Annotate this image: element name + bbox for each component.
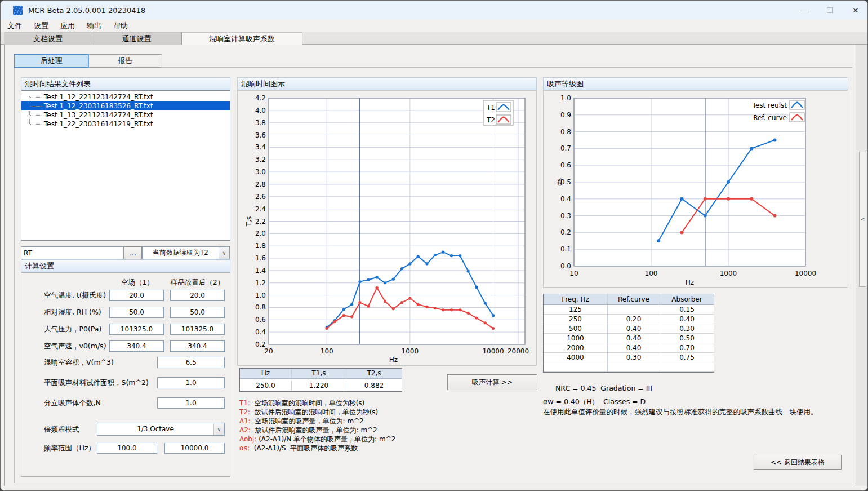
freq-max-field[interactable] [164, 443, 225, 454]
sound-speed-2-field[interactable] [170, 340, 225, 352]
column-header-Hz[interactable]: Hz [240, 369, 292, 379]
rt-value-table[interactable]: HzT1,sT2,s250.01.2200.882 [239, 368, 402, 392]
minimize-icon[interactable]: — [791, 1, 817, 20]
table-cell: 2000 [544, 343, 608, 353]
table-row[interactable]: 20000.400.70 [544, 343, 714, 353]
freq-min-field[interactable] [97, 443, 157, 454]
table-cell: 1000 [544, 334, 608, 343]
sound-speed-label: 空气声速，v0(m/s) [44, 342, 106, 351]
absorber-count-label: 分立吸声体个数,N [44, 399, 101, 408]
close-icon[interactable]: ✕ [843, 1, 868, 20]
column-header-empty-room: 空场（1） [109, 278, 166, 287]
chevron-down-icon[interactable]: ∨ [219, 247, 229, 259]
menu-bar: 文件设置应用输出帮助 [1, 20, 868, 32]
humidity-2-field[interactable] [170, 307, 225, 318]
app-window: MCR Beta 2.05.0.001 20230418 — ✕ 文件设置应用输… [0, 0, 868, 491]
table-row-empty[interactable] [544, 362, 714, 372]
data-read-combobox[interactable]: 当前数据读取为T2 ∨ [142, 246, 230, 259]
svg-text:100: 100 [321, 347, 333, 355]
svg-text:20: 20 [264, 347, 273, 355]
list-item[interactable]: Test 1_13_221123142724_RT.txt [21, 110, 230, 120]
subtab-报告[interactable]: 报告 [88, 54, 162, 68]
menu-item-文件[interactable]: 文件 [2, 20, 27, 32]
browse-button[interactable]: ... [124, 246, 142, 259]
note-key: αs: [239, 444, 250, 452]
window-controls: — ✕ [791, 1, 868, 20]
svg-text:3.0: 3.0 [255, 168, 266, 176]
rt-chart-header: 混响时间图示 [237, 77, 537, 90]
air-temp-2-field[interactable] [170, 290, 225, 301]
svg-text:0.2: 0.2 [560, 228, 571, 236]
svg-text:10000: 10000 [482, 347, 504, 355]
tab-通道设置[interactable]: 通道设置 [92, 32, 181, 45]
grade-table[interactable]: Freq. HzRef.curveAbsorber1250.152500.200… [543, 294, 714, 373]
tab-文档设置[interactable]: 文档设置 [4, 32, 92, 45]
pressure-1-field[interactable] [109, 324, 164, 335]
table-cell: 0.50 [660, 334, 714, 343]
list-item[interactable]: Test 1_12_221123142724_RT.txt [21, 92, 230, 101]
file-list-header: 混时间结果文件列表 [21, 77, 230, 90]
svg-text:0.0: 0.0 [560, 262, 571, 270]
absorber-count-field[interactable] [157, 397, 225, 409]
column-header-T2,s[interactable]: T2,s [346, 369, 402, 379]
rt-chart: 0.20.40.60.81.01.21.41.61.82.02.22.42.62… [237, 90, 537, 366]
svg-text:T1: T1 [486, 104, 495, 112]
svg-text:1.0: 1.0 [560, 94, 571, 102]
nrc-result-text: NRC = 0.45 Gradation = III [555, 384, 652, 392]
rt-name-input[interactable] [21, 246, 124, 259]
svg-text:1000: 1000 [402, 347, 419, 355]
air-temp-1-field[interactable] [109, 290, 164, 301]
svg-text:0.6: 0.6 [255, 316, 266, 324]
menu-item-应用[interactable]: 应用 [55, 20, 80, 32]
table-row[interactable]: 2500.200.40 [544, 315, 714, 324]
column-header-Freq. Hz[interactable]: Freq. Hz [544, 294, 608, 305]
table-cell [660, 362, 714, 372]
svg-text:3.2: 3.2 [255, 156, 266, 163]
pressure-2-field[interactable] [170, 324, 225, 335]
air-temp-label: 空气温度, t(摄氏度) [44, 291, 106, 300]
table-cell: 500 [544, 324, 608, 334]
svg-text:Hz: Hz [389, 356, 398, 364]
sample-area-field[interactable] [157, 377, 225, 388]
table-row[interactable]: 5000.400.30 [544, 324, 714, 334]
svg-text:2.2: 2.2 [255, 218, 266, 225]
column-header-Ref.curve[interactable]: Ref.curve [608, 294, 660, 305]
svg-text:T2: T2 [486, 116, 495, 124]
column-header-Absorber[interactable]: Absorber [660, 294, 714, 305]
column-header-with-sample: 样品放置后（2） [163, 278, 232, 287]
tab-混响室计算吸声系数[interactable]: 混响室计算吸声系数 [181, 32, 302, 45]
note-line: A2: 放试件后混响室的吸声量，单位为: m^2 [239, 426, 395, 435]
note-key: T2: [239, 408, 250, 416]
maximize-icon[interactable] [817, 1, 843, 20]
note-line: A1: 空场混响室的吸声量，单位为: m^2 [239, 417, 395, 426]
absorption-calc-button[interactable]: 吸声计算 >> [447, 374, 537, 390]
octave-mode-combobox[interactable]: 1/3 Octave ∨ [97, 423, 225, 436]
table-row[interactable]: 1250.15 [544, 305, 714, 315]
list-item[interactable]: Test 1_22_230316141219_RT.txt [21, 120, 230, 129]
humidity-1-field[interactable] [109, 307, 164, 318]
column-header-T1,s[interactable]: T1,s [292, 369, 346, 379]
note-key: A2: [239, 426, 251, 434]
svg-text:4.0: 4.0 [255, 107, 266, 114]
note-key: A1: [239, 417, 251, 425]
subtab-后处理[interactable]: 后处理 [14, 54, 88, 68]
svg-text:1.8: 1.8 [255, 242, 266, 250]
room-volume-field[interactable] [157, 357, 225, 368]
svg-text:αs: αs [555, 178, 563, 186]
chevron-down-icon[interactable]: ∨ [213, 423, 224, 435]
aw-result-text: αw = 0.40（H） Classes = D [543, 397, 646, 407]
sound-speed-1-field[interactable] [109, 340, 164, 352]
collapse-panel-toggle[interactable]: < [859, 152, 866, 287]
table-row[interactable]: 40000.300.75 [544, 353, 714, 362]
table-cell: 0.40 [608, 334, 660, 343]
rt-file-list[interactable]: Test 1_12_221123142724_RT.txtTest 1_12_2… [21, 90, 230, 241]
list-item[interactable]: Test 1_12_230316183526_RT.txt [21, 101, 230, 110]
menu-item-输出[interactable]: 输出 [82, 20, 106, 32]
table-row[interactable]: 250.01.2200.882 [240, 381, 402, 391]
note-text: 放试件后混响室的混响时间，单位为秒(s) [250, 408, 378, 416]
table-row[interactable]: 10000.400.50 [544, 334, 714, 343]
back-to-results-button[interactable]: << 返回结果表格 [754, 455, 842, 470]
table-cell [608, 305, 660, 315]
menu-item-设置[interactable]: 设置 [29, 20, 54, 32]
menu-item-帮助[interactable]: 帮助 [108, 20, 133, 32]
